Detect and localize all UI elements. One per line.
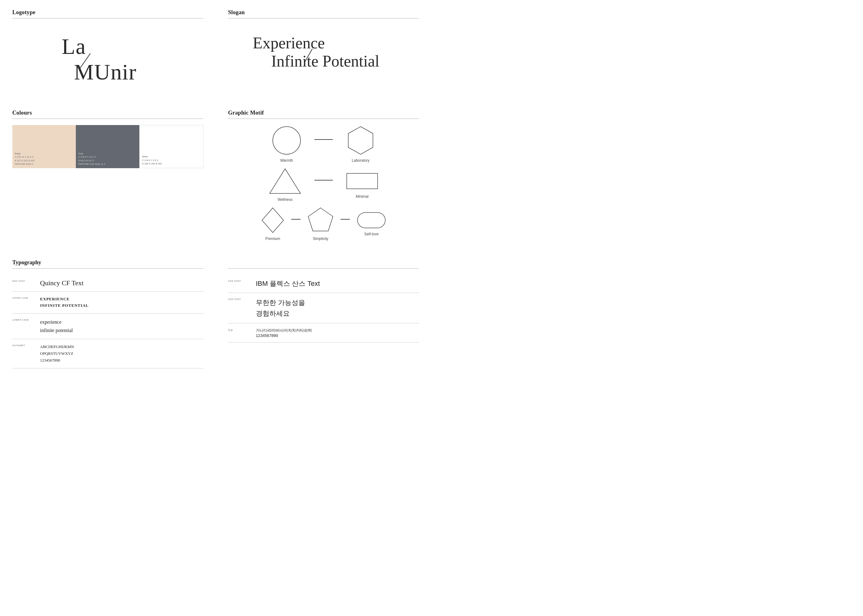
swatch-white: WhiteC 0 M 0 Y 0 K 0R 255 G 255 B 255 [139,125,203,168]
typography-section-right: Typography KOR FONT IBM 플렉스 산스 Text KOR … [216,259,419,368]
connector-3a [291,219,301,220]
svg-marker-5 [308,208,333,231]
motif-selflove: Self-love [356,211,387,236]
motif-warmth: Warmth [271,125,302,163]
typo-row-kor-font: KOR FONT IBM 플렉스 산스 Text [228,275,419,293]
svg-marker-1 [348,127,373,154]
colours-title: Colours [12,110,203,116]
typo-hangul-value: 가나다라마바사아자차카타파하1234567890 [256,328,419,338]
diamond-shape [260,206,285,234]
slogan-experience: Experience [253,34,325,52]
motif-laboratory: Laboratory [345,125,376,163]
typography-section-left: Typography ENG FONT Quincy CF Text UPPER… [12,259,216,368]
typography-title: Typography [12,259,203,266]
triangle-shape [268,167,302,195]
typo-alpha-value: ABCDEFGHIJKMNOPQRSTUVWXYZ1234567890 [40,343,203,364]
colour-swatches: BeigeC 6 M 14 Y 21 K 0R 237 G 222 B 205P… [12,125,203,168]
slogan-area: Experience Infinite Potential [228,25,419,80]
typo-upper-value: EXPERIENCEINFINITE POTENTIAL [40,296,203,309]
motif-minimal: Minimal [345,170,379,199]
swatch-gray-label: GrayC 0 M 8 Y 0 K 71R 64 G 67 B 71PANTON… [78,152,106,166]
typo-lower-value: experienceinfinite potential [40,318,203,335]
slogan-title: Slogan [228,9,419,16]
wellness-label: Wellness [278,197,293,202]
svg-rect-6 [357,212,385,228]
motif-row-3: Premium Simplicity Self-love [228,206,419,241]
motif-row-1: Warmth Laboratory [228,125,419,163]
hexagon-shape [345,125,376,156]
typo-row-eng-font: ENG FONT Quincy CF Text [12,275,203,292]
slogan-infinite: Infinite Potential [271,52,380,70]
typo-row-upper: UPPER CASE EXPERIENCEINFINITE POTENTIAL [12,292,203,314]
typo-row-alpha: ALPHABET ABCDEFGHIJKMNOPQRSTUVWXYZ123456… [12,339,203,368]
minimal-label: Minimal [356,194,369,199]
typo-eng-font-value: Quincy CF Text [40,279,203,287]
simplicity-label: Simplicity [313,237,329,241]
typo-kor-upper-label: KOR FONT [228,297,253,300]
circle-shape [271,125,302,156]
swatch-beige: BeigeC 6 M 14 Y 21 K 0R 237 G 222 B 205P… [12,125,76,168]
typo-lower-label: LOWER CASE [12,318,37,321]
motif-simplicity: Simplicity [307,206,334,241]
typo-kor-font-label: KOR FONT [228,279,253,282]
swatch-beige-label: BeigeC 6 M 14 Y 21 K 0R 237 G 222 B 205P… [15,152,35,166]
svg-marker-2 [270,169,301,193]
typo-alpha-label: ALPHABET [12,343,37,347]
connector-1 [314,139,333,140]
selflove-label: Self-love [364,232,379,236]
motif-title: Graphic Motif [228,110,419,116]
svg-rect-3 [347,173,378,189]
typo-upper-label: UPPER CASE [12,296,37,299]
premium-label: Premium [265,237,280,241]
logotype-title: Logotype [12,9,203,16]
motif-row-2: Wellness Minimal [228,167,419,202]
motif-wellness: Wellness [268,167,302,202]
connector-3b [340,219,350,220]
typo-eng-font-label: ENG FONT [12,279,37,282]
svg-point-0 [273,127,301,154]
motif-premium: Premium [260,206,285,241]
typo-row-kor-upper: KOR FONT 무한한 가능성을경험하세요 [228,293,419,324]
swatch-gray: GrayC 0 M 8 Y 0 K 71R 64 G 67 B 71PANTON… [76,125,139,168]
connector-2 [314,180,333,181]
swatch-white-label: WhiteC 0 M 0 Y 0 K 0R 255 G 255 B 255 [142,155,162,165]
rectangle-shape [345,170,379,192]
typo-kor-font-value: IBM 플렉스 산스 Text [256,279,419,288]
logo-la: La [61,34,86,60]
typo-hangul-label: 한글 [228,328,253,332]
pentagon-shape [307,206,334,234]
typo-kor-upper-value: 무한한 가능성을경험하세요 [256,297,419,319]
typo-row-lower: LOWER CASE experienceinfinite potential [12,314,203,339]
laboratory-label: Laboratory [352,158,369,163]
warmth-label: Warmth [280,158,293,163]
typo-row-hangul: 한글 가나다라마바사아자차카타파하1234567890 [228,324,419,343]
logo-area: La MUnir [12,25,203,94]
svg-marker-4 [262,208,283,233]
pill-shape [356,211,387,229]
